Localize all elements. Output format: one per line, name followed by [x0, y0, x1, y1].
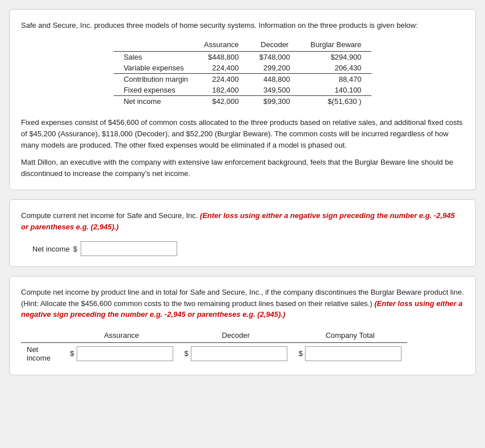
q2-col-assurance: Assurance	[64, 329, 178, 343]
dollar-sign-q2-decoder: $	[185, 349, 189, 358]
q2-row-label: Net income	[21, 342, 64, 365]
question1-text-before: Compute current net income for Safe and …	[21, 211, 198, 220]
col-header-assurance: Assurance	[194, 39, 249, 52]
intro-paragraph: Safe and Secure, Inc. produces three mod…	[21, 20, 464, 31]
q2-total-cell: $	[293, 342, 407, 365]
q2-decoder-input[interactable]	[191, 346, 287, 361]
dollar-sign-1: $	[73, 245, 77, 253]
q2-assurance-input[interactable]	[77, 346, 173, 361]
q2-col-total: Company Total	[293, 329, 407, 343]
cell-contribution-assurance: 224,400	[194, 73, 249, 85]
product-data-table: Assurance Decoder Burglar Beware Sales $…	[114, 39, 372, 107]
row-label-sales: Sales	[114, 51, 194, 62]
table-row-sales: Sales $448,800 $748,000 $294,900	[114, 51, 372, 62]
q2-col-decoder: Decoder	[179, 329, 293, 343]
cell-fixed-burglar: 140,100	[300, 85, 372, 96]
q2-total-input[interactable]	[305, 346, 402, 361]
fixed-note-1: Fixed expenses consist of $456,600 of co…	[21, 117, 464, 151]
q2-col-empty	[21, 329, 64, 343]
row-label-contribution: Contribution margin	[114, 73, 194, 85]
question2-text: Compute net income by product line and i…	[21, 287, 464, 320]
table-row-fixed: Fixed expenses 182,400 349,500 140,100	[114, 85, 372, 96]
net-income-label-1: Net income	[32, 245, 70, 253]
dollar-sign-q2-total: $	[299, 349, 303, 358]
q2-decoder-cell: $	[179, 342, 293, 365]
fixed-note-2: Matt Dillon, an executive with the compa…	[21, 157, 464, 179]
cell-sales-burglar: $294,900	[300, 51, 372, 62]
cell-contribution-burglar: 88,470	[300, 73, 372, 85]
col-header-empty	[114, 39, 194, 52]
col-header-decoder: Decoder	[249, 39, 300, 52]
net-income-input-1[interactable]	[81, 241, 177, 256]
question1-card: Compute current net income for Safe and …	[9, 199, 476, 267]
cell-fixed-decoder: 349,500	[249, 85, 300, 96]
cell-variable-decoder: 299,200	[249, 62, 300, 74]
table-row-variable: Variable expenses 224,400 299,200 206,43…	[114, 62, 372, 74]
dollar-sign-q2-assurance: $	[70, 349, 74, 358]
row-label-variable: Variable expenses	[114, 62, 194, 74]
cell-contribution-decoder: 448,800	[249, 73, 300, 85]
cell-variable-assurance: 224,400	[194, 62, 249, 74]
table-row-netincome: Net income $42,000 $99,300 $(51,630 )	[114, 95, 372, 107]
question2-card: Compute net income by product line and i…	[9, 276, 476, 375]
cell-netincome-burglar: $(51,630 )	[300, 95, 372, 107]
row-label-netincome: Net income	[114, 95, 194, 107]
question1-input-row: Net income $	[32, 241, 464, 256]
question2-answer-table: Assurance Decoder Company Total Net inco…	[21, 329, 407, 365]
cell-sales-decoder: $748,000	[249, 51, 300, 62]
cell-netincome-assurance: $42,000	[194, 95, 249, 107]
q2-total-wrap: $	[299, 346, 402, 361]
cell-variable-burglar: 206,430	[300, 62, 372, 74]
table-row-contribution: Contribution margin 224,400 448,800 88,4…	[114, 73, 372, 85]
q2-table-row: Net income $ $ $	[21, 342, 407, 365]
q2-assurance-wrap: $	[70, 346, 173, 361]
q2-assurance-cell: $	[64, 342, 178, 365]
info-card: Safe and Secure, Inc. produces three mod…	[9, 9, 476, 190]
cell-fixed-assurance: 182,400	[194, 85, 249, 96]
cell-sales-assurance: $448,800	[194, 51, 249, 62]
row-label-fixed: Fixed expenses	[114, 85, 194, 96]
col-header-burglar: Burglar Beware	[300, 39, 372, 52]
q2-decoder-wrap: $	[185, 346, 287, 361]
cell-netincome-decoder: $99,300	[249, 95, 300, 107]
question1-text: Compute current net income for Safe and …	[21, 210, 464, 232]
